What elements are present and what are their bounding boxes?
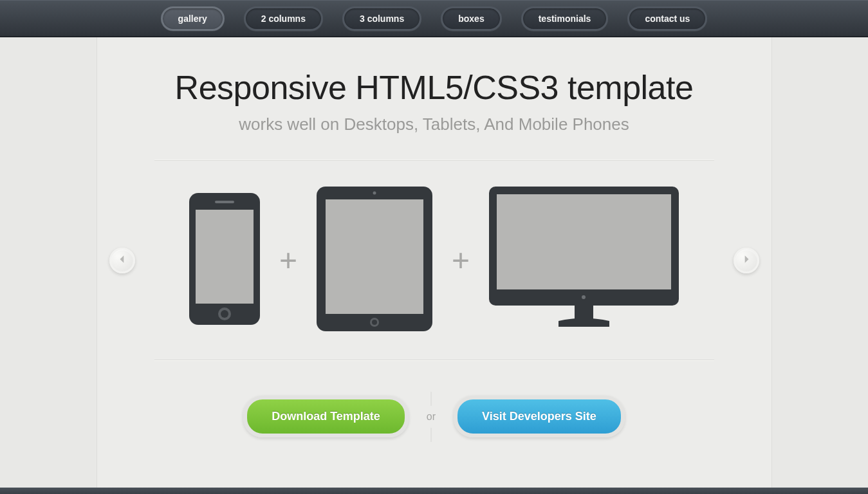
monitor-icon <box>489 187 679 334</box>
hero-subtitle: works well on Desktops, Tablets, And Mob… <box>97 114 771 134</box>
arrow-right-icon <box>742 255 751 266</box>
svg-rect-2 <box>215 201 234 203</box>
nav-testimonials[interactable]: testimonials <box>521 6 609 31</box>
main-content: Responsive HTML5/CSS3 template works wel… <box>97 37 772 488</box>
nav-3-columns[interactable]: 3 columns <box>342 6 421 31</box>
nav-gallery[interactable]: gallery <box>161 6 225 31</box>
gallery-prev-button[interactable] <box>109 248 135 273</box>
svg-rect-11 <box>497 194 671 289</box>
plus-separator: + <box>452 242 470 278</box>
nav-contact-us[interactable]: contact us <box>627 6 707 31</box>
cta-row: Download Template or Visit Developers Si… <box>97 396 771 437</box>
nav-boxes[interactable]: boxes <box>441 6 501 31</box>
hero-title: Responsive HTML5/CSS3 template <box>97 68 771 107</box>
download-template-button[interactable]: Download Template <box>243 396 409 437</box>
svg-point-9 <box>372 320 377 325</box>
svg-rect-1 <box>196 210 254 304</box>
plus-separator: + <box>279 242 297 278</box>
nav-2-columns[interactable]: 2 columns <box>244 6 323 31</box>
tablet-icon <box>317 187 432 334</box>
gallery-next-button[interactable] <box>734 248 759 273</box>
phone-icon <box>189 193 260 327</box>
svg-rect-6 <box>326 199 423 314</box>
svg-point-7 <box>373 192 376 195</box>
gallery-area: + + <box>154 160 714 360</box>
top-nav-bar: gallery 2 columns 3 columns boxes testim… <box>0 0 868 37</box>
svg-point-12 <box>582 295 586 299</box>
visit-developers-button[interactable]: Visit Developers Site <box>454 396 625 437</box>
device-row: + + <box>154 187 714 334</box>
svg-point-4 <box>221 310 228 318</box>
cta-or-label: or <box>427 411 436 423</box>
arrow-left-icon <box>118 255 127 266</box>
bottom-bar <box>0 488 868 494</box>
